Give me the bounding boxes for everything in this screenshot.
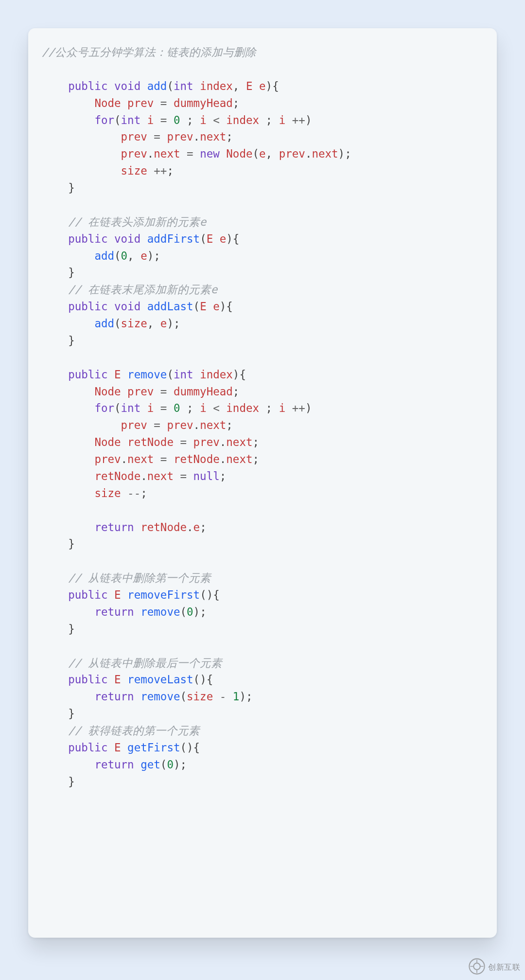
fn-get: get	[140, 758, 160, 771]
code-comment: // 在链表末尾添加新的元素e	[68, 283, 217, 296]
kw-int: int	[174, 80, 193, 92]
code-comment: // 获得链表的第一个元素	[68, 724, 200, 737]
fn-removeLast: removeLast	[127, 673, 193, 686]
num-zero: 0	[174, 114, 180, 126]
code-comment: //公众号五分钟学算法：链表的添加与删除	[42, 46, 256, 58]
id-next: next	[200, 130, 226, 143]
watermark: 创新互联	[469, 958, 520, 977]
fn-addLast: addLast	[147, 300, 193, 313]
type-E: E	[246, 80, 253, 92]
id-i: i	[147, 114, 154, 126]
fn-remove: remove	[127, 368, 167, 381]
fn-getFirst: getFirst	[127, 741, 180, 754]
kw-null: null	[193, 470, 220, 482]
code-comment: // 从链表中删除第一个元素	[68, 571, 211, 584]
id-size: size	[121, 164, 147, 177]
kw-void: void	[114, 80, 140, 92]
kw-for: for	[94, 114, 114, 126]
id-e: e	[259, 80, 266, 92]
kw-public: public	[68, 80, 107, 92]
type-Node: Node	[94, 97, 121, 109]
kw-new: new	[200, 147, 220, 160]
code-comment: // 在链表头添加新的元素e	[68, 215, 206, 228]
num-one: 1	[233, 690, 240, 703]
id-retNode: retNode	[127, 436, 174, 448]
code-card: //公众号五分钟学算法：链表的添加与删除 public void add(int…	[28, 28, 497, 938]
id-prev: prev	[127, 97, 154, 109]
fn-removeFirst: removeFirst	[127, 588, 200, 601]
watermark-icon	[469, 958, 485, 977]
fn-addFirst: addFirst	[147, 232, 200, 245]
svg-point-1	[473, 963, 480, 970]
code-block: //公众号五分钟学算法：链表的添加与删除 public void add(int…	[42, 44, 483, 790]
kw-return: return	[94, 521, 134, 534]
fn-add: add	[147, 80, 167, 92]
watermark-text: 创新互联	[488, 962, 520, 973]
id-index: index	[200, 80, 233, 92]
code-comment: // 从链表中删除最后一个元素	[68, 657, 222, 669]
id-dummyHead: dummyHead	[174, 97, 233, 109]
